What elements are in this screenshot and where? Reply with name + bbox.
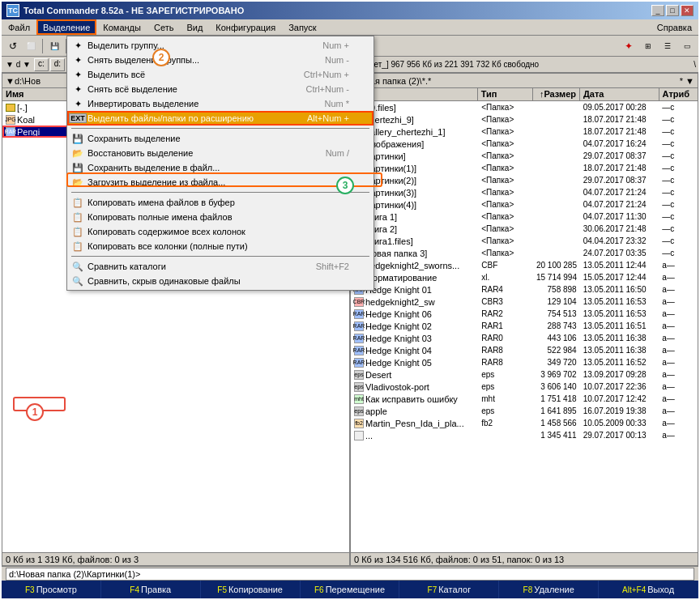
right-col-type[interactable]: Тип [478,88,533,100]
toolbar-list[interactable]: ☰ [659,38,677,54]
menu-select-by-ext[interactable]: EXT Выделить файлы/папки по расширению A… [67,111,373,126]
menu-selection[interactable]: Выделение [36,19,96,35]
right-file-kartinki4[interactable]: Картинки(4)] <Папка> 04.07.2017 21:24—c [351,198,698,211]
right-file-vlad[interactable]: epsVladivostok-port eps3 606 140 10.07.2… [351,381,698,393]
menu-file[interactable]: Файл [2,19,36,35]
right-drive-bar: ▼ [_нет_] 967 956 Кб из 221 391 732 Кб с… [348,60,696,69]
maximize-button[interactable]: □ [666,5,679,16]
menu-load-sel-file[interactable]: 📂 Загрузить выделение из файла... [67,175,373,189]
toolbar-refresh[interactable]: ↺ [4,38,22,54]
menu-config[interactable]: Конфигурация [209,19,282,35]
right-file-kniga1[interactable]: книга 1] <Папка> 04.07.2017 11:30—c [351,211,698,223]
right-file-hk06[interactable]: RARHedge Knight 06 RAR2754 513 13.05.201… [351,308,698,320]
right-file-kniga2[interactable]: книга 2] <Папка> 30.06.2017 21:48—c [351,223,698,235]
menu-copy-paths[interactable]: 📋 Копировать все колонки (полные пути) [67,239,373,253]
rar-icon: RAR [354,358,364,368]
right-file-kniga1f[interactable]: книга1.files] <Папка> 04.04.2017 23:32—c [351,235,698,247]
main-window: TC Total Commander 8.52a - НЕ ЗАРЕГИСТРИ… [0,0,700,600]
menu-deselect-all[interactable]: ✦ Снять всё выделение Ctrl+Num - [67,82,373,96]
right-file-apple[interactable]: epsapple eps1 641 895 16.07.2019 19:38a— [351,405,698,417]
eps-icon: eps [354,382,364,392]
path-input[interactable]: d:\Новая папка (2)\Картинки(1)> [6,568,694,581]
window-controls: _ □ ✕ [651,5,694,16]
separator-3 [71,256,369,257]
right-file-last[interactable]: ... 1 345 411 29.07.2017 00:13a— [351,429,698,441]
menu-select-all[interactable]: ✦ Выделить всё Ctrl+Num + [67,67,373,82]
koal-icon: JPG [6,115,15,125]
right-file-hk03[interactable]: RARHedge Knight 03 RAR0443 106 13.05.201… [351,332,698,344]
right-path-indicator: \ [694,60,696,69]
right-file-kartinki3[interactable]: Картинки(3)] <Папка> 04.07.2017 21:24—c [351,186,698,198]
invert-icon: ✦ [70,97,85,110]
fkey-f6[interactable]: F6 Перемещение [301,581,400,598]
right-file-hk01[interactable]: RARHedge Knight 01 RAR4758 898 13.05.201… [351,283,698,296]
right-file-format[interactable]: xl.форматирование xl.15 714 994 15.05.20… [351,271,698,283]
menu-copy-names[interactable]: 📋 Копировать имена файлов в буфер [67,195,373,210]
right-panel: Новая папка (2)\*.* * ▼ Имя Тип ↑Размер … [351,73,698,566]
fkey-f4[interactable]: F4 Правка [101,581,201,598]
right-panel-files: 99.files] <Папка> 09.05.2017 00:28—c che… [351,101,698,552]
menu-commands[interactable]: Команды [96,19,147,35]
left-status: 0 Кб из 1 319 Кб, файлов: 0 из 3 [6,555,139,564]
minimize-button[interactable]: _ [651,5,664,16]
fkey-alt-f4[interactable]: Alt+F4 Выход [599,581,698,598]
right-file-99[interactable]: 99.files] <Папка> 09.05.2017 00:28—c [351,101,698,113]
right-file-newf3[interactable]: Новая папка 3] <Папка> 24.07.2017 03:35—… [351,247,698,259]
restore-sel-icon: 📂 [70,147,85,160]
toolbar-preview[interactable]: ▭ [678,38,696,54]
menu-deselect-group[interactable]: ✦ Снять выделение группы... Num - [67,53,373,67]
right-col-size[interactable]: ↑Размер [533,88,580,100]
fkey-f5[interactable]: F5 Копирование [201,581,301,598]
load-sel-file-icon: 📂 [70,176,85,189]
right-file-hkswords[interactable]: CBFhedgeknight2_sworns... CBF20 100 285 … [351,259,698,271]
menu-save-sel[interactable]: 💾 Сохранить выделение [67,131,373,146]
toolbar-btn2[interactable]: ⬜ [22,38,40,54]
right-file-martin[interactable]: fb2Martin_Pesn_Ida_i_pla... fb21 458 566… [351,417,698,429]
menu-compare-dirs[interactable]: 🔍 Сравнить каталоги Shift+F2 [67,259,373,274]
rar-icon: RAR [354,321,364,331]
menu-restore-sel[interactable]: 📂 Восстановить выделение Num / [67,146,373,160]
toolbar-grid[interactable]: ⊞ [639,38,657,54]
right-col-attr[interactable]: Атриб [659,88,698,100]
menu-select-group[interactable]: ✦ Выделить группу... Num + [67,38,373,53]
right-file-hk2sw[interactable]: CBRhedgeknight2_sw CBR3129 104 13.05.201… [351,296,698,308]
title-bar: TC Total Commander 8.52a - НЕ ЗАРЕГИСТРИ… [2,2,698,19]
right-file-desert[interactable]: epsDesert eps3 969 702 13.09.2017 09:28a… [351,368,698,381]
menu-save-sel-file[interactable]: 💾 Сохранить выделение в файл... [67,160,373,175]
right-file-hk05[interactable]: RARHedge Knight 05 RAR8349 720 13.05.201… [351,356,698,368]
right-col-date[interactable]: Дата [580,88,659,100]
copy-cols-icon: 📋 [70,225,85,238]
rar-icon: RAR [354,309,364,319]
right-file-kak[interactable]: mhtКак исправить ошибку mht1 751 418 10.… [351,393,698,405]
right-file-kartinki2[interactable]: Картинки(2)] <Папка> 29.07.2017 08:37—c [351,174,698,186]
drive-d-left[interactable]: d: [50,58,65,71]
right-file-hk02[interactable]: RARHedge Knight 02 RAR1288 743 13.05.201… [351,320,698,332]
fkey-f8[interactable]: F8 Удаление [499,581,599,598]
menu-network[interactable]: Сеть [147,19,180,35]
menu-copy-full[interactable]: 📋 Копировать полные имена файлов [67,210,373,224]
menu-view[interactable]: Вид [180,19,209,35]
drive-c-left[interactable]: c: [34,58,49,71]
path-text: d:\Новая папка (2)\Картинки(1)> [9,569,140,579]
right-status: 0 Кб из 134 516 Кб, файлов: 0 из 51, пап… [354,555,564,564]
menu-invert[interactable]: ✦ Инвертировать выделение Num * [67,96,373,111]
fkey-f3[interactable]: F3 Просмотр [2,581,101,598]
toolbar-star[interactable]: ✦ [620,38,638,54]
menu-help[interactable]: Справка [651,19,698,35]
annotation-3: 3 [336,177,354,194]
menu-compare-diff[interactable]: 🔍 Сравнить, скрыв одинаковые файлы [67,274,373,288]
toolbar-drive-left[interactable]: 💾 [45,38,63,54]
right-file-hk04[interactable]: RARHedge Knight 04 RAR8522 984 13.05.201… [351,344,698,356]
menu-copy-cols[interactable]: 📋 Копировать содержимое всех колонок [67,224,373,239]
right-file-img[interactable]: Изображения] <Папка> 04.07.2017 16:24—c [351,138,698,150]
right-panel-info: ▼ [_нет_] 967 956 Кб из 221 391 732 Кб с… [352,60,539,69]
right-file-gallery[interactable]: gallery_chertezhi_1] <Папка> 18.07.2017 … [351,126,698,138]
fkey-f7[interactable]: F7 Каталог [399,581,499,598]
close-button[interactable]: ✕ [681,5,694,16]
right-file-kartinki[interactable]: Картинки] <Папка> 29.07.2017 08:37—c [351,150,698,162]
right-file-kartinki1[interactable]: Картинки(1)] <Папка> 18.07.2017 21:48—c [351,162,698,174]
app-icon: TC [6,4,19,17]
menu-run[interactable]: Запуск [282,19,322,35]
right-file-chert[interactable]: chertezhi_9] <Папка> 18.07.2017 21:48—c [351,113,698,126]
pengi-icon: RAR [6,127,15,137]
